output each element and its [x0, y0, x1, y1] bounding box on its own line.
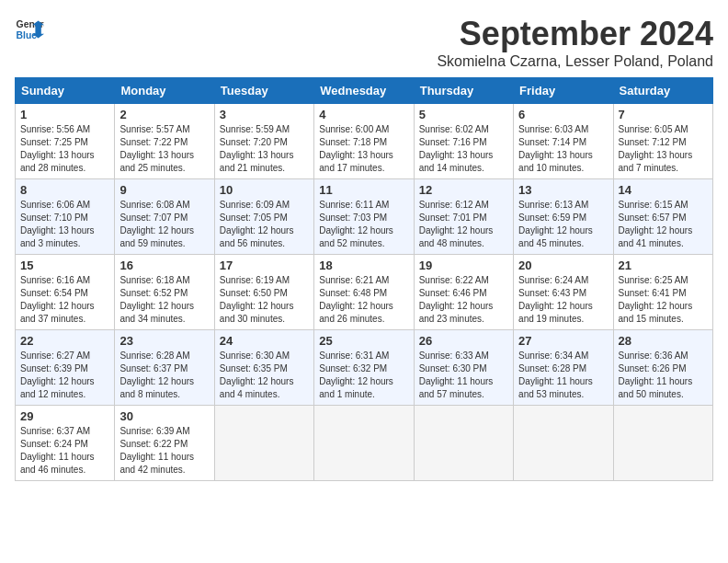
calendar-cell: 26Sunrise: 6:33 AM Sunset: 6:30 PM Dayli…: [414, 330, 513, 406]
day-info: Sunrise: 6:05 AM Sunset: 7:12 PM Dayligh…: [619, 123, 708, 175]
day-number: 8: [20, 183, 109, 197]
calendar-cell: 8Sunrise: 6:06 AM Sunset: 7:10 PM Daylig…: [16, 179, 115, 255]
day-number: 15: [20, 259, 109, 272]
calendar-cell: 16Sunrise: 6:18 AM Sunset: 6:52 PM Dayli…: [115, 255, 214, 330]
day-info: Sunrise: 6:15 AM Sunset: 6:57 PM Dayligh…: [619, 199, 708, 250]
calendar-cell: [314, 406, 414, 481]
calendar-cell: 5Sunrise: 6:02 AM Sunset: 7:16 PM Daylig…: [414, 104, 513, 179]
calendar-cell: 7Sunrise: 6:05 AM Sunset: 7:12 PM Daylig…: [613, 104, 712, 179]
day-info: Sunrise: 6:06 AM Sunset: 7:10 PM Dayligh…: [20, 199, 109, 250]
day-info: Sunrise: 6:37 AM Sunset: 6:24 PM Dayligh…: [20, 425, 109, 477]
logo-icon: General Blue: [15, 15, 44, 44]
day-number: 12: [419, 183, 508, 197]
day-number: 24: [220, 334, 309, 348]
day-info: Sunrise: 6:02 AM Sunset: 7:16 PM Dayligh…: [419, 123, 508, 175]
day-info: Sunrise: 5:56 AM Sunset: 7:25 PM Dayligh…: [20, 123, 109, 175]
calendar-cell: 15Sunrise: 6:16 AM Sunset: 6:54 PM Dayli…: [16, 255, 115, 330]
day-number: 18: [319, 259, 408, 272]
day-info: Sunrise: 6:21 AM Sunset: 6:48 PM Dayligh…: [319, 274, 408, 326]
calendar-cell: 29Sunrise: 6:37 AM Sunset: 6:24 PM Dayli…: [16, 406, 115, 481]
day-number: 27: [518, 334, 608, 348]
calendar-cell: [214, 406, 313, 481]
calendar-week-1: 1Sunrise: 5:56 AM Sunset: 7:25 PM Daylig…: [16, 104, 713, 179]
day-info: Sunrise: 6:18 AM Sunset: 6:52 PM Dayligh…: [119, 274, 209, 326]
col-header-sunday: Sunday: [16, 78, 115, 104]
calendar-cell: 13Sunrise: 6:13 AM Sunset: 6:59 PM Dayli…: [514, 179, 613, 255]
day-info: Sunrise: 6:22 AM Sunset: 6:46 PM Dayligh…: [419, 274, 508, 326]
day-info: Sunrise: 6:00 AM Sunset: 7:18 PM Dayligh…: [319, 123, 408, 175]
day-number: 2: [119, 108, 209, 121]
day-info: Sunrise: 6:36 AM Sunset: 6:26 PM Dayligh…: [619, 350, 708, 401]
calendar-cell: 9Sunrise: 6:08 AM Sunset: 7:07 PM Daylig…: [115, 179, 214, 255]
calendar-cell: 21Sunrise: 6:25 AM Sunset: 6:41 PM Dayli…: [613, 255, 712, 330]
calendar-cell: 25Sunrise: 6:31 AM Sunset: 6:32 PM Dayli…: [314, 330, 414, 406]
calendar-cell: 17Sunrise: 6:19 AM Sunset: 6:50 PM Dayli…: [214, 255, 313, 330]
day-info: Sunrise: 5:59 AM Sunset: 7:20 PM Dayligh…: [220, 123, 309, 175]
day-info: Sunrise: 6:08 AM Sunset: 7:07 PM Dayligh…: [119, 199, 209, 250]
calendar-cell: 23Sunrise: 6:28 AM Sunset: 6:37 PM Dayli…: [115, 330, 214, 406]
calendar-cell: 3Sunrise: 5:59 AM Sunset: 7:20 PM Daylig…: [214, 104, 313, 179]
calendar-cell: 18Sunrise: 6:21 AM Sunset: 6:48 PM Dayli…: [314, 255, 414, 330]
calendar-title: September 2024: [437, 15, 713, 53]
day-info: Sunrise: 6:11 AM Sunset: 7:03 PM Dayligh…: [319, 199, 408, 250]
logo: General Blue: [15, 15, 44, 44]
day-info: Sunrise: 6:27 AM Sunset: 6:39 PM Dayligh…: [20, 350, 109, 401]
day-number: 7: [619, 108, 708, 121]
calendar-cell: 27Sunrise: 6:34 AM Sunset: 6:28 PM Dayli…: [514, 330, 613, 406]
day-number: 21: [619, 259, 708, 272]
day-number: 29: [20, 409, 109, 423]
day-number: 9: [119, 183, 209, 197]
day-info: Sunrise: 6:03 AM Sunset: 7:14 PM Dayligh…: [518, 123, 608, 175]
day-info: Sunrise: 6:34 AM Sunset: 6:28 PM Dayligh…: [518, 350, 608, 401]
calendar-cell: 10Sunrise: 6:09 AM Sunset: 7:05 PM Dayli…: [214, 179, 313, 255]
day-info: Sunrise: 6:24 AM Sunset: 6:43 PM Dayligh…: [518, 274, 608, 326]
calendar-week-5: 29Sunrise: 6:37 AM Sunset: 6:24 PM Dayli…: [16, 406, 713, 481]
calendar-cell: 1Sunrise: 5:56 AM Sunset: 7:25 PM Daylig…: [16, 104, 115, 179]
day-number: 4: [319, 108, 408, 121]
day-info: Sunrise: 6:33 AM Sunset: 6:30 PM Dayligh…: [419, 350, 508, 401]
calendar-cell: 28Sunrise: 6:36 AM Sunset: 6:26 PM Dayli…: [613, 330, 712, 406]
calendar-week-2: 8Sunrise: 6:06 AM Sunset: 7:10 PM Daylig…: [16, 179, 713, 255]
day-number: 22: [20, 334, 109, 348]
day-number: 11: [319, 183, 408, 197]
day-number: 28: [619, 334, 708, 348]
calendar-cell: 20Sunrise: 6:24 AM Sunset: 6:43 PM Dayli…: [514, 255, 613, 330]
day-number: 20: [518, 259, 608, 272]
day-info: Sunrise: 6:09 AM Sunset: 7:05 PM Dayligh…: [220, 199, 309, 250]
day-info: Sunrise: 6:16 AM Sunset: 6:54 PM Dayligh…: [20, 274, 109, 326]
day-number: 3: [220, 108, 309, 121]
day-info: Sunrise: 6:30 AM Sunset: 6:35 PM Dayligh…: [220, 350, 309, 401]
col-header-tuesday: Tuesday: [214, 78, 313, 104]
calendar-cell: [514, 406, 613, 481]
day-info: Sunrise: 6:13 AM Sunset: 6:59 PM Dayligh…: [518, 199, 608, 250]
calendar-cell: 6Sunrise: 6:03 AM Sunset: 7:14 PM Daylig…: [514, 104, 613, 179]
header: General Blue September 2024 Skomielna Cz…: [15, 15, 713, 70]
calendar-cell: 12Sunrise: 6:12 AM Sunset: 7:01 PM Dayli…: [414, 179, 513, 255]
calendar-cell: 24Sunrise: 6:30 AM Sunset: 6:35 PM Dayli…: [214, 330, 313, 406]
day-number: 13: [518, 183, 608, 197]
day-info: Sunrise: 6:19 AM Sunset: 6:50 PM Dayligh…: [220, 274, 309, 326]
day-info: Sunrise: 6:39 AM Sunset: 6:22 PM Dayligh…: [119, 425, 209, 477]
day-number: 26: [419, 334, 508, 348]
title-area: September 2024 Skomielna Czarna, Lesser …: [437, 15, 713, 70]
day-number: 25: [319, 334, 408, 348]
col-header-wednesday: Wednesday: [314, 78, 414, 104]
day-number: 6: [518, 108, 608, 121]
calendar-table: SundayMondayTuesdayWednesdayThursdayFrid…: [15, 77, 713, 481]
calendar-cell: [414, 406, 513, 481]
calendar-cell: 30Sunrise: 6:39 AM Sunset: 6:22 PM Dayli…: [115, 406, 214, 481]
day-number: 23: [119, 334, 209, 348]
calendar-cell: 11Sunrise: 6:11 AM Sunset: 7:03 PM Dayli…: [314, 179, 414, 255]
calendar-subtitle: Skomielna Czarna, Lesser Poland, Poland: [437, 53, 713, 70]
day-number: 14: [619, 183, 708, 197]
calendar-cell: 19Sunrise: 6:22 AM Sunset: 6:46 PM Dayli…: [414, 255, 513, 330]
col-header-monday: Monday: [115, 78, 214, 104]
col-header-thursday: Thursday: [414, 78, 513, 104]
calendar-week-3: 15Sunrise: 6:16 AM Sunset: 6:54 PM Dayli…: [16, 255, 713, 330]
day-info: Sunrise: 5:57 AM Sunset: 7:22 PM Dayligh…: [119, 123, 209, 175]
col-header-saturday: Saturday: [613, 78, 712, 104]
calendar-cell: 4Sunrise: 6:00 AM Sunset: 7:18 PM Daylig…: [314, 104, 414, 179]
calendar-cell: 14Sunrise: 6:15 AM Sunset: 6:57 PM Dayli…: [613, 179, 712, 255]
day-number: 10: [220, 183, 309, 197]
day-number: 19: [419, 259, 508, 272]
